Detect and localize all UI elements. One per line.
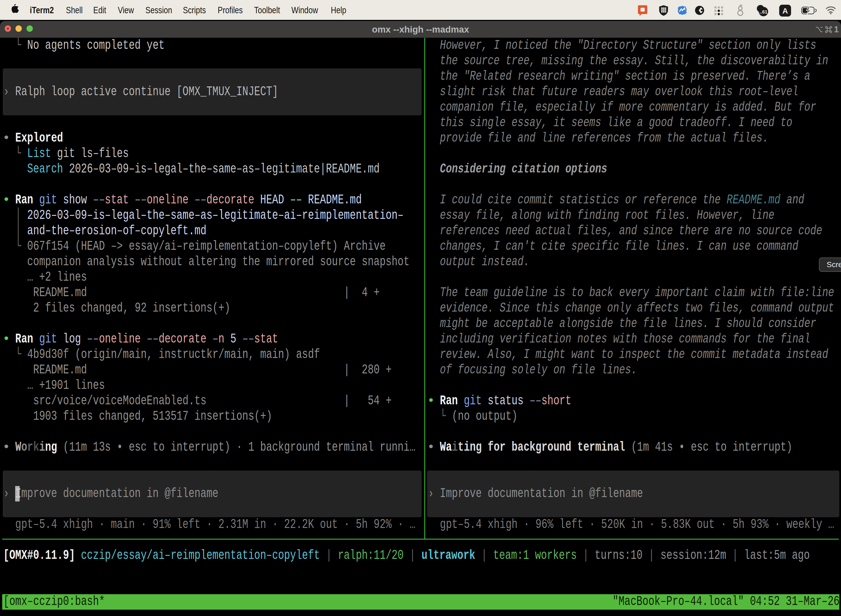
svg-text:..61: ..61: [760, 9, 767, 15]
svg-text:A: A: [782, 7, 788, 15]
